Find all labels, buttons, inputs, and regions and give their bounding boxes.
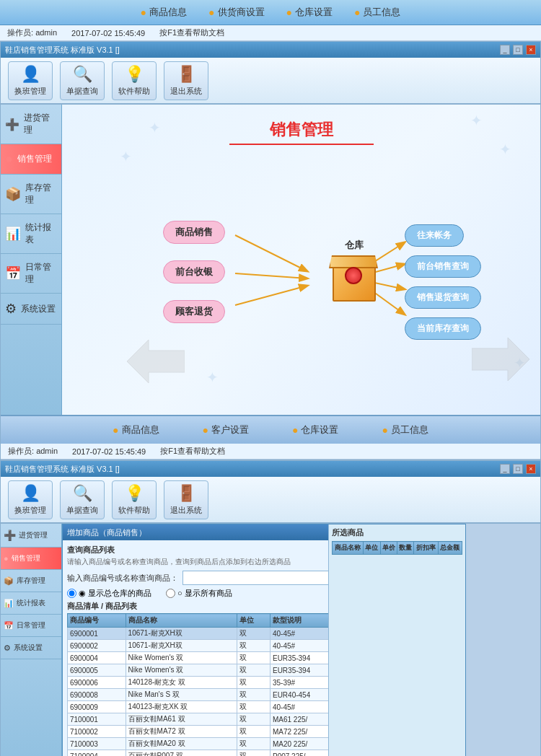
minimize-button[interactable]: _: [500, 45, 510, 55]
win1-bottom-nav: ● 商品信息 ● 客户设置 ● 仓库设置 ● 员工信息: [1, 415, 540, 444]
sidebar-item-stats[interactable]: 📊 统计报表: [1, 214, 61, 254]
search-section-label: 查询商品列表: [67, 545, 115, 554]
win2-sidebar: ➕ 进货管理 ● 销售管理 📦 库存管理 📊 统计报表 📅 日常管理 ⚙ 系统: [1, 524, 62, 756]
calendar-icon2: 📅: [4, 621, 14, 630]
win2-sidebar-daily[interactable]: 📅 日常管理: [1, 615, 61, 637]
search-input-label: 输入商品编号或名称查询商品：: [67, 573, 178, 584]
win1-status-bar: 操作员: admin 2017-07-02 15:45:49 按F1查看帮助文档: [1, 444, 540, 460]
win1-content: ✦ ✦ ✦ ✦ ✦ ✦ 销售管理: [62, 105, 540, 415]
selected-products-table: 商品名称 单位 单价 数量 折扣率 总金额: [332, 541, 462, 555]
win2-controls: _ □ ×: [500, 464, 536, 474]
top-nav-warehouse[interactable]: ● 仓库设置: [286, 6, 333, 19]
box-icon: 📦: [5, 186, 21, 202]
exit-system-button2[interactable]: 🚪 退出系统: [164, 480, 208, 519]
svg-line-2: [235, 273, 307, 278]
right-col-qty: 数量: [397, 542, 413, 555]
win1-controls: _ □ ×: [500, 45, 536, 55]
window1: 鞋店销售管理系统 标准版 V3.1 [] _ □ × 👤 换班管理 🔍 单据查询…: [0, 41, 541, 460]
win2-close-button[interactable]: ×: [526, 464, 536, 474]
sidebar-item-sales[interactable]: ● 销售管理: [1, 144, 61, 175]
right-col-price: 单价: [380, 542, 397, 555]
dot-icon: ●: [286, 6, 292, 18]
window2: 鞋店销售管理系统 标准版 V3.1 [] _ □ × 👤 换班管理 🔍 单据查询…: [0, 460, 541, 756]
exit-icon: 🚪: [177, 65, 196, 84]
sidebar-item-stock[interactable]: ➕ 进货管理: [1, 105, 61, 144]
query-icon: 🔍: [73, 65, 92, 84]
win2-sidebar-inventory[interactable]: 📦 库存管理: [1, 570, 61, 592]
top-nav-employee[interactable]: ● 员工信息: [354, 6, 400, 19]
win2-sidebar-sales[interactable]: ● 销售管理: [1, 548, 61, 570]
bottom-nav-employee[interactable]: ● 员工信息: [382, 423, 428, 436]
selected-products-panel: 所选商品 商品名称 单位 单价 数量 折扣率 总金额: [328, 524, 465, 756]
col-product-id: 商品编号: [68, 614, 126, 628]
svg-line-1: [235, 235, 307, 271]
section-title: 销售管理: [62, 119, 540, 145]
win1-main-layout: ➕ 进货管理 ● 销售管理 📦 库存管理 📊 统计报表 📅 日常管理 ⚙ 系统: [1, 105, 540, 415]
dot-icon: ●: [382, 424, 387, 436]
right-col-name: 商品名称: [333, 542, 364, 555]
dot-icon: ●: [203, 424, 208, 436]
win2-sidebar-stats[interactable]: 📊 统计报表: [1, 592, 61, 615]
current-stock-query-box[interactable]: 当前库存查询: [405, 317, 481, 340]
gear-icon: ⚙: [5, 301, 17, 317]
win2-titlebar: 鞋店销售管理系统 标准版 V3.1 [] _ □ ×: [1, 461, 540, 477]
svg-line-3: [235, 286, 307, 305]
win2-sidebar-settings[interactable]: ⚙ 系统设置: [1, 637, 61, 659]
top-nav-supplier[interactable]: ● 供货商设置: [208, 6, 264, 19]
sales-return-query-box[interactable]: 销售退货查询: [405, 286, 481, 309]
help-icon: 💡: [125, 65, 144, 84]
dot-icon: ●: [292, 424, 298, 436]
win2-maximize-button[interactable]: □: [513, 464, 523, 474]
right-table-header: 商品名称 单位 单价 数量 折扣率 总金额: [333, 542, 462, 555]
top-nav-items: ● 商品信息 ● 供货商设置 ● 仓库设置 ● 员工信息: [141, 6, 401, 19]
shift-manage-button2[interactable]: 👤 换班管理: [8, 480, 53, 519]
single-query-button2[interactable]: 🔍 单据查询: [60, 480, 105, 519]
product-sales-box[interactable]: 商品销售: [163, 221, 225, 244]
right-panel-title: 所选商品: [332, 527, 462, 538]
dot-icon: ●: [113, 424, 118, 436]
dot-icon: ●: [208, 6, 214, 18]
dot-icon: ●: [354, 6, 360, 18]
circle-icon: ●: [5, 151, 13, 167]
bottom-nav-warehouse[interactable]: ● 仓库设置: [292, 423, 338, 436]
shift-manage-button[interactable]: 👤 换班管理: [8, 61, 53, 100]
calendar-icon: 📅: [5, 265, 21, 281]
box-icon2: 📦: [4, 576, 14, 586]
front-desk-receipt-box[interactable]: 前台收银: [163, 260, 225, 284]
chart-icon2: 📊: [4, 599, 14, 608]
close-button[interactable]: ×: [526, 45, 536, 55]
col-product-name: 商品名称: [126, 614, 237, 628]
exit-system-button[interactable]: 🚪 退出系统: [164, 61, 208, 100]
win2-minimize-button[interactable]: _: [500, 464, 510, 474]
customer-return-box[interactable]: 顾客退货: [163, 300, 225, 323]
sales-diagram: 商品销售 前台收银 顾客退货 仓库: [62, 152, 540, 397]
circle-icon2: ●: [4, 554, 9, 563]
right-col-discount: 折扣率: [414, 542, 438, 555]
single-query-button[interactable]: 🔍 单据查询: [60, 61, 105, 100]
software-help-button[interactable]: 💡 软件帮助: [112, 61, 157, 100]
win2-sidebar-stock[interactable]: ➕ 进货管理: [1, 524, 61, 548]
software-help-button2[interactable]: 💡 软件帮助: [112, 480, 157, 519]
radio-all-products[interactable]: ○ 显示所有商品: [166, 588, 232, 599]
maximize-button[interactable]: □: [513, 45, 523, 55]
dot-icon: ●: [141, 6, 146, 18]
top-nav-product[interactable]: ● 商品信息: [141, 6, 187, 19]
radio-all-products-input[interactable]: [166, 589, 175, 598]
gear-icon2: ⚙: [4, 643, 11, 653]
bottom-nav-customer[interactable]: ● 客户设置: [203, 423, 249, 436]
bottom-nav-product[interactable]: ● 商品信息: [113, 423, 159, 436]
right-col-unit: 单位: [364, 542, 380, 555]
past-accounts-box[interactable]: 往来帐务: [405, 224, 464, 247]
win1-titlebar: 鞋店销售管理系统 标准版 V3.1 [] _ □ ×: [1, 42, 540, 58]
win1-sidebar: ➕ 进货管理 ● 销售管理 📦 库存管理 📊 统计报表 📅 日常管理 ⚙ 系统: [1, 105, 62, 415]
sidebar-item-inventory[interactable]: 📦 库存管理: [1, 175, 61, 214]
radio-total-warehouse[interactable]: ◉ 显示总仓库的商品: [67, 588, 151, 599]
svg-marker-9: [127, 340, 185, 383]
plus-icon2: ➕: [4, 529, 16, 541]
sidebar-item-settings[interactable]: ⚙ 系统设置: [1, 294, 61, 325]
sidebar-item-daily[interactable]: 📅 日常管理: [1, 254, 61, 294]
radio-total-warehouse-input[interactable]: [67, 589, 76, 598]
win2-toolbar: 👤 换班管理 🔍 单据查询 💡 软件帮助 🚪 退出系统: [1, 477, 540, 524]
front-sales-query-box[interactable]: 前台销售查询: [405, 255, 481, 278]
win2-dialog-area: 增加商品（商品销售） × 查询商品列表 请输入商品编号或名称查询商品，查询到商品…: [62, 524, 540, 756]
